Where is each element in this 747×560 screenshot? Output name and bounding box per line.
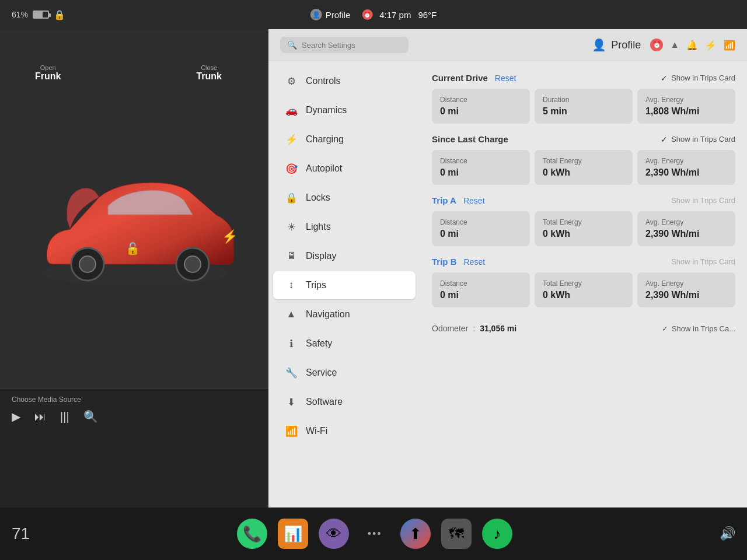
- trunk-label[interactable]: Close Trunk: [196, 64, 222, 82]
- trip-b-total-energy-label: Total Energy: [543, 279, 624, 288]
- odometer-show-trips[interactable]: ✓ Show in Trips Ca...: [662, 324, 735, 333]
- since-last-charge-show-trips[interactable]: ✓ Show in Trips Card: [661, 135, 735, 144]
- sidebar-item-software[interactable]: ⬇ Software: [273, 388, 416, 416]
- map-app[interactable]: 🗺: [441, 519, 472, 549]
- trip-b-stats: Distance 0 mi Total Energy 0 kWh Avg. En…: [432, 272, 735, 307]
- trip-a-avg-energy-label: Avg. Energy: [645, 218, 727, 226]
- lights-icon: ☀: [285, 220, 298, 233]
- taskbar-number: 71: [12, 524, 30, 543]
- bell-icon[interactable]: 🔔: [686, 40, 698, 51]
- sidebar-item-navigation[interactable]: ▲ Navigation: [273, 300, 416, 328]
- slc-total-energy-value: 0 kWh: [543, 167, 624, 178]
- trip-b-distance-card: Distance 0 mi: [432, 272, 530, 307]
- odometer-label: Odometer: [432, 324, 468, 333]
- software-icon: ⬇: [285, 396, 298, 408]
- equalizer-button[interactable]: |||: [60, 410, 69, 424]
- charging-label: Charging: [306, 134, 344, 145]
- signal-icon[interactable]: 📶: [724, 40, 735, 51]
- header-right: 👤 Profile ⏰ ▲ 🔔 ⚡ 📶: [592, 38, 735, 52]
- header-profile-button[interactable]: 👤 Profile: [592, 38, 641, 52]
- trip-a-total-energy-label: Total Energy: [543, 218, 624, 226]
- svg-point-4: [184, 256, 201, 272]
- software-label: Software: [306, 397, 343, 407]
- play-button[interactable]: ▶: [12, 410, 20, 424]
- audio-app[interactable]: 📊: [278, 519, 308, 549]
- current-drive-reset[interactable]: Reset: [495, 74, 516, 83]
- trip-a-avg-energy-card: Avg. Energy 2,390 Wh/mi: [637, 211, 735, 246]
- trunk-close-text: Close: [196, 64, 222, 71]
- trunk-name: Trunk: [196, 71, 222, 82]
- status-profile-button[interactable]: 👤 Profile: [310, 9, 351, 20]
- since-last-charge-stats: Distance 0 mi Total Energy 0 kWh Avg. En…: [432, 150, 735, 185]
- status-center: 👤 Profile ⏰ 4:17 pm 96°F: [310, 9, 437, 20]
- skip-forward-button[interactable]: ⏭: [34, 410, 46, 424]
- camera-icon: 👁: [326, 525, 341, 543]
- sidebar-item-display[interactable]: 🖥 Display: [273, 242, 416, 270]
- time-temp-display: ⏰ 4:17 pm 96°F: [362, 9, 437, 20]
- taskbar-apps: 📞 📊 👁 ••• ⬆ 🗺 ♪: [47, 519, 702, 549]
- slc-distance-value: 0 mi: [440, 167, 522, 178]
- spotify-app[interactable]: ♪: [482, 519, 512, 549]
- volume-icon[interactable]: 🔊: [720, 526, 735, 541]
- current-drive-show-trips[interactable]: ✓ Show in Trips Card: [661, 74, 735, 83]
- sidebar-item-wifi[interactable]: 📶 Wi-Fi: [273, 417, 416, 445]
- sidebar-item-lights[interactable]: ☀ Lights: [273, 213, 416, 241]
- trip-a-total-energy-value: 0 kWh: [543, 229, 624, 239]
- current-drive-duration-value: 5 min: [543, 106, 624, 117]
- trip-b-show-trips: Show in Trips Card: [671, 257, 735, 266]
- phone-app[interactable]: 📞: [237, 519, 267, 549]
- locks-icon: 🔒: [285, 191, 298, 204]
- arrow-up-icon[interactable]: ▲: [670, 40, 679, 50]
- search-icon: 🔍: [287, 40, 297, 50]
- map-icon: 🗺: [449, 525, 464, 543]
- search-input[interactable]: [302, 41, 402, 50]
- trip-b-total-energy-value: 0 kWh: [543, 290, 624, 300]
- slc-avg-energy-card: Avg. Energy 2,390 Wh/mi: [637, 150, 735, 185]
- dynamics-icon: 🚗: [285, 104, 298, 117]
- sidebar-item-trips[interactable]: ↕ Trips: [273, 271, 416, 299]
- sidebar-item-locks[interactable]: 🔒 Locks: [273, 184, 416, 212]
- sidebar-item-safety[interactable]: ℹ Safety: [273, 330, 416, 358]
- search-media-button[interactable]: 🔍: [83, 410, 98, 424]
- dots-icon: •••: [368, 528, 382, 540]
- current-drive-distance-card: Distance 0 mi: [432, 89, 530, 124]
- taskbar-right: 🔊: [720, 526, 735, 541]
- navigation-app[interactable]: ⬆: [400, 519, 431, 549]
- trip-b-title: Trip B: [432, 257, 457, 267]
- trip-a-title: Trip A: [432, 195, 456, 205]
- trip-a-reset[interactable]: Reset: [463, 196, 485, 205]
- header-icons: ⏰ ▲ 🔔 ⚡ 📶: [650, 38, 735, 51]
- odometer-check-icon: ✓: [662, 324, 668, 333]
- svg-point-2: [79, 256, 96, 272]
- wifi-icon: 📶: [285, 425, 298, 438]
- trip-a-header: Trip A Reset Show in Trips Card: [432, 195, 735, 205]
- sidebar-item-controls[interactable]: ⚙ Controls: [273, 67, 416, 95]
- phone-icon: 📞: [243, 525, 261, 543]
- alarm-header-icon[interactable]: ⏰: [650, 38, 663, 51]
- camera-app[interactable]: 👁: [319, 519, 349, 549]
- sidebar-item-autopilot[interactable]: 🎯 Autopilot: [273, 155, 416, 183]
- media-source-label[interactable]: Choose Media Source: [12, 396, 257, 404]
- trips-label: Trips: [306, 280, 326, 290]
- search-bar[interactable]: 🔍: [280, 37, 409, 53]
- frunk-label[interactable]: Open Frunk: [35, 64, 61, 82]
- more-apps[interactable]: •••: [359, 519, 390, 549]
- locks-label: Locks: [306, 192, 330, 203]
- current-drive-title: Current Drive: [432, 73, 488, 83]
- car-visualization: Open Frunk Close Trunk: [0, 29, 268, 388]
- trip-b-distance-label: Distance: [440, 279, 522, 288]
- sidebar-item-dynamics[interactable]: 🚗 Dynamics: [273, 96, 416, 124]
- navigation-label: Navigation: [306, 309, 350, 320]
- svg-text:⚡: ⚡: [222, 229, 238, 244]
- current-drive-duration-card: Duration 5 min: [535, 89, 633, 124]
- bluetooth-icon[interactable]: ⚡: [705, 40, 717, 51]
- trip-b-reset[interactable]: Reset: [464, 257, 486, 267]
- car-image: ⚡ 🔓: [23, 139, 245, 302]
- sidebar-item-charging[interactable]: ⚡ Charging: [273, 125, 416, 153]
- sidebar-item-service[interactable]: 🔧 Service: [273, 359, 416, 387]
- odometer-value: 31,056 mi: [480, 324, 516, 333]
- alarm-icon-sm: ⏰: [362, 9, 372, 20]
- trip-a-stats: Distance 0 mi Total Energy 0 kWh Avg. En…: [432, 211, 735, 246]
- since-last-charge-show-trips-label: Show in Trips Card: [671, 135, 735, 144]
- odometer-colon: :: [473, 324, 475, 333]
